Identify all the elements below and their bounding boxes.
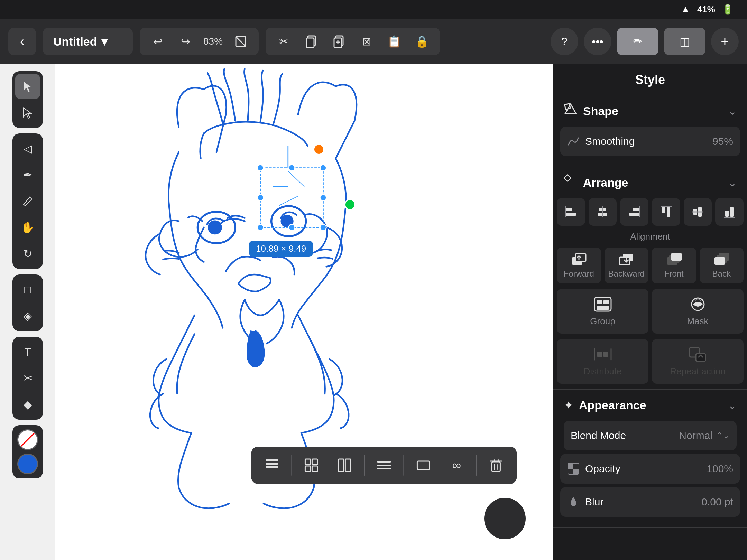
align-bottom-button[interactable]: [715, 198, 744, 226]
float-divider-1: [291, 455, 292, 476]
align-right-button[interactable]: [620, 198, 648, 226]
align-center-h-button[interactable]: [589, 198, 617, 226]
appearance-section: ✦ Appearance ⌄ Blend Mode Normal ⌃⌄: [553, 390, 747, 528]
float-delete-button[interactable]: [482, 451, 510, 479]
align-left-button[interactable]: [557, 198, 585, 226]
pencil-tool[interactable]: [15, 189, 40, 214]
blue-color-swatch[interactable]: [17, 454, 38, 474]
svg-rect-28: [345, 459, 351, 472]
forward-button[interactable]: Forward: [557, 248, 601, 283]
blend-mode-value-row[interactable]: Normal ⌃⌄: [679, 430, 730, 441]
back-button[interactable]: ‹: [8, 28, 36, 55]
handle-tl[interactable]: [257, 165, 264, 171]
align-middle-v-button[interactable]: [684, 198, 712, 226]
handle-mr[interactable]: [320, 195, 326, 201]
float-frame-button[interactable]: [409, 451, 437, 479]
copy-button[interactable]: [299, 30, 324, 53]
float-layers-button[interactable]: [258, 451, 286, 479]
status-bar: ▲ 41% 🔋: [0, 0, 747, 19]
toolbar-right: ? ••• ✏ ◫ +: [551, 28, 739, 55]
svg-rect-48: [633, 208, 639, 211]
paste-button[interactable]: 📋: [382, 30, 407, 53]
draw-tools-group: □ ◈: [12, 274, 43, 331]
blend-mode-row: Blend Mode Normal ⌃⌄: [564, 421, 737, 450]
delete-button[interactable]: ⊠: [354, 30, 379, 53]
undo-button[interactable]: ↩: [145, 30, 170, 53]
cut-button[interactable]: ✂: [271, 30, 296, 53]
duplicate-button[interactable]: [326, 30, 351, 53]
crop-button[interactable]: [228, 30, 253, 53]
float-align-button[interactable]: [370, 451, 398, 479]
svg-rect-66: [671, 253, 682, 261]
svg-rect-22: [266, 459, 278, 461]
arrange-chevron-icon: ⌄: [728, 177, 737, 189]
float-infinity-button[interactable]: ∞: [443, 451, 470, 479]
edit-actions-group: ✂ ⊠ 📋 🔒: [266, 28, 440, 55]
arrange-section-icon: [564, 174, 578, 191]
group-button[interactable]: Group: [557, 289, 648, 334]
doc-dropdown-icon: ▾: [101, 35, 107, 48]
scale-handle[interactable]: [344, 199, 356, 210]
svg-rect-77: [597, 352, 602, 357]
distribute-label: Distribute: [584, 366, 622, 377]
align-top-button[interactable]: [652, 198, 680, 226]
doc-title-button[interactable]: Untitled ▾: [43, 28, 133, 55]
repeat-action-button[interactable]: Repeat action: [652, 339, 744, 384]
arrange-section-header[interactable]: Arrange ⌄: [553, 167, 747, 198]
smudge-tool[interactable]: ✋: [15, 215, 40, 240]
shape-section-header[interactable]: Shape ⌄: [553, 95, 747, 127]
blur-row[interactable]: Blur 0.00 pt: [560, 487, 740, 517]
handle-tm[interactable]: [289, 165, 295, 171]
fill-tool[interactable]: ◆: [15, 392, 40, 417]
rotation-handle[interactable]: [313, 144, 324, 155]
help-button[interactable]: ?: [551, 28, 578, 55]
appearance-section-content: Blend Mode Normal ⌃⌄ Opacity: [553, 421, 747, 527]
lock-button[interactable]: 🔒: [409, 30, 434, 53]
duplicate-icon: [333, 35, 345, 48]
style-tab-button[interactable]: ✏: [617, 28, 658, 55]
opacity-row[interactable]: Opacity 100%: [560, 454, 740, 484]
handle-tr[interactable]: [320, 165, 326, 171]
float-split-button[interactable]: [331, 451, 358, 479]
handle-bm[interactable]: [289, 224, 295, 231]
rect-tool[interactable]: □: [15, 277, 40, 302]
svg-rect-49: [629, 213, 639, 216]
handle-bl[interactable]: [257, 224, 264, 231]
more-button[interactable]: •••: [584, 28, 611, 55]
float-grid-button[interactable]: [297, 451, 325, 479]
panel-header: Style: [553, 64, 747, 95]
redo-button[interactable]: ↪: [173, 30, 198, 53]
direct-select-tool[interactable]: [15, 100, 40, 125]
undo-redo-group: ↩ ↪ 83%: [140, 28, 259, 55]
rotate-tool[interactable]: ↻: [15, 241, 40, 266]
add-button[interactable]: +: [711, 28, 739, 55]
group-label: Group: [590, 316, 615, 327]
layers-tab-button[interactable]: ◫: [664, 28, 706, 55]
node-tool[interactable]: ◈: [15, 304, 40, 328]
mask-button[interactable]: Mask: [652, 289, 744, 334]
back-button[interactable]: Back: [700, 248, 744, 283]
forward-label: Forward: [564, 269, 594, 279]
backward-button[interactable]: Backward: [605, 248, 649, 283]
scissors-tool[interactable]: ✂: [15, 366, 40, 391]
smoothing-value: 95%: [712, 136, 733, 147]
handle-ml[interactable]: [257, 195, 264, 201]
no-fill-swatch[interactable]: [17, 429, 38, 450]
shape-section: Shape ⌄ Smoothing 95%: [553, 95, 747, 167]
appearance-section-header[interactable]: ✦ Appearance ⌄: [553, 390, 747, 421]
svg-rect-71: [597, 300, 602, 304]
handle-br[interactable]: [320, 224, 326, 231]
pen-tool[interactable]: ✒: [15, 162, 40, 187]
shape-tool[interactable]: ◁: [15, 136, 40, 161]
canvas-area[interactable]: 10.89 × 9.49: [55, 64, 553, 560]
appearance-section-title: Appearance: [579, 399, 646, 412]
color-swatches: [12, 425, 43, 478]
main-content: ◁ ✒ ✋ ↻ □ ◈ T ✂ ◆: [0, 64, 747, 560]
text-tool[interactable]: T: [15, 339, 40, 364]
blur-icon: [567, 496, 580, 508]
bottom-right-control[interactable]: [484, 498, 526, 539]
select-tool[interactable]: [15, 74, 40, 99]
front-button[interactable]: Front: [652, 248, 696, 283]
distribute-button[interactable]: Distribute: [557, 339, 648, 384]
svg-rect-40: [565, 104, 570, 109]
